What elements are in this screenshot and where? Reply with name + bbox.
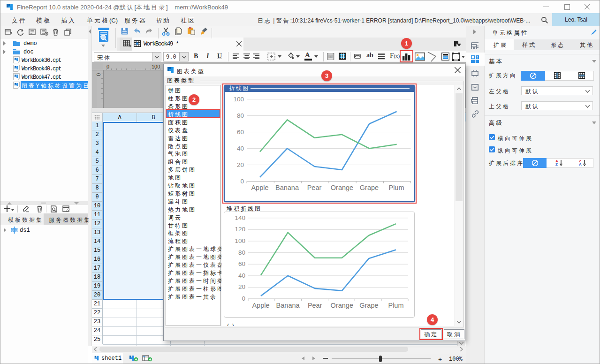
svg-text:Pear: Pear <box>308 302 322 309</box>
svg-text:140: 140 <box>235 214 245 221</box>
svg-text:80: 80 <box>238 249 245 256</box>
svg-text:a: a <box>329 54 332 59</box>
svg-text:0: 0 <box>240 178 244 185</box>
svg-text:20: 20 <box>237 161 244 168</box>
svg-text:40: 40 <box>238 272 245 279</box>
svg-text:折线图: 折线图 <box>229 85 249 91</box>
svg-text:Apple: Apple <box>251 184 268 191</box>
svg-text:Plum: Plum <box>388 184 404 191</box>
svg-text:100: 100 <box>235 237 245 244</box>
svg-text:100: 100 <box>233 96 244 103</box>
svg-text:Apple: Apple <box>252 302 269 309</box>
svg-text:Orange: Orange <box>331 302 353 309</box>
svg-text:20: 20 <box>238 283 245 290</box>
svg-text:Orange: Orange <box>331 184 353 191</box>
svg-text:120: 120 <box>235 226 245 233</box>
svg-text:Plum: Plum <box>388 302 403 309</box>
svg-text:Grape: Grape <box>360 184 379 191</box>
svg-text:Pear: Pear <box>307 184 322 191</box>
svg-text:40: 40 <box>237 145 244 152</box>
svg-text:Banana: Banana <box>276 302 300 309</box>
svg-text:60: 60 <box>237 129 244 136</box>
svg-text:Banana: Banana <box>275 184 299 191</box>
svg-text:Grape: Grape <box>359 302 378 309</box>
svg-text:60: 60 <box>238 260 245 267</box>
svg-text:0: 0 <box>242 295 245 302</box>
svg-text:80: 80 <box>237 112 244 119</box>
